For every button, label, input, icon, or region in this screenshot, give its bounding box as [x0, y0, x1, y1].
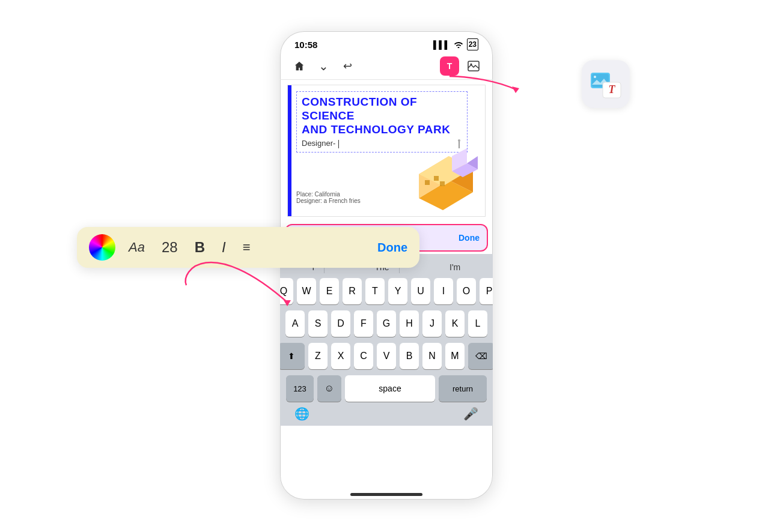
keyboard-area: i The I'm Q W E R T Y U I O P A S D — [280, 254, 493, 426]
svg-point-16 — [594, 76, 596, 78]
shift-key[interactable]: ⬆ — [280, 343, 305, 369]
mic-icon[interactable]: 🎤 — [463, 407, 478, 421]
key-B[interactable]: B — [400, 343, 419, 369]
key-G[interactable]: G — [377, 310, 396, 337]
key-Y[interactable]: Y — [388, 278, 407, 304]
done-button-small[interactable]: Done — [459, 233, 480, 243]
home-button[interactable] — [290, 56, 309, 76]
keyboard-row-3: ⬆ Z X C V B N M ⌫ — [284, 343, 489, 369]
return-key[interactable]: return — [439, 375, 487, 402]
slide-title: CONSTRUCTION OF SCIENCE AND TECHNOLOGY P… — [302, 95, 462, 136]
key-L[interactable]: L — [468, 310, 487, 337]
key-F[interactable]: F — [354, 310, 373, 337]
svg-rect-6 — [425, 180, 430, 185]
italic-button-large[interactable]: I — [218, 237, 230, 258]
done-button-large[interactable]: Done — [377, 241, 407, 255]
key-I[interactable]: I — [434, 278, 453, 304]
delete-key[interactable]: ⌫ — [468, 343, 493, 369]
globe-icon[interactable]: 🌐 — [294, 407, 309, 421]
svg-marker-21 — [512, 86, 519, 93]
key-V[interactable]: V — [377, 343, 396, 369]
chevron-down-button[interactable]: ⌄ — [314, 56, 333, 76]
svg-rect-8 — [440, 181, 445, 186]
key-K[interactable]: K — [445, 310, 465, 337]
key-U[interactable]: U — [411, 278, 430, 304]
font-size-large[interactable]: 28 — [158, 237, 181, 258]
toolbar-left: ⌄ ↩ — [290, 56, 357, 76]
slide-details: Place: California Designer: a French fri… — [296, 191, 361, 204]
key-H[interactable]: H — [400, 310, 419, 337]
slide-container: CONSTRUCTION OF SCIENCE AND TECHNOLOGY P… — [287, 85, 486, 217]
slide-left-bar — [288, 85, 291, 216]
key-O[interactable]: O — [457, 278, 476, 304]
status-icons: ▌▌▌ 23 — [433, 38, 478, 50]
nums-key[interactable]: 123 — [286, 375, 314, 402]
bottom-bar: 🌐 🎤 — [282, 403, 490, 425]
key-C[interactable]: C — [354, 343, 373, 369]
key-D[interactable]: D — [331, 310, 350, 337]
svg-point-13 — [458, 139, 460, 142]
floating-toolbar: Aa 28 B I ≡ Done — [77, 227, 419, 268]
align-button-large[interactable]: ≡ — [239, 237, 254, 258]
key-N[interactable]: N — [422, 343, 442, 369]
key-W[interactable]: W — [297, 278, 316, 304]
building-illustration — [407, 138, 485, 216]
key-Q[interactable]: Q — [280, 278, 293, 304]
font-selector-large[interactable]: Aa — [125, 237, 148, 258]
svg-text:T: T — [609, 83, 616, 95]
status-bar: 10:58 ▌▌▌ 23 — [280, 31, 493, 53]
app-icon-bubble: T — [582, 60, 630, 108]
bold-button-large[interactable]: B — [191, 237, 209, 258]
key-J[interactable]: J — [422, 310, 442, 337]
key-R[interactable]: R — [343, 278, 362, 304]
space-key[interactable]: space — [345, 375, 435, 402]
app-icon-inner: T — [590, 68, 622, 100]
home-indicator — [350, 493, 422, 496]
top-toolbar: ⌄ ↩ T — [280, 53, 493, 80]
key-E[interactable]: E — [320, 278, 339, 304]
battery-icon: 23 — [467, 38, 478, 50]
suggestion-3[interactable]: I'm — [440, 261, 470, 273]
signal-icon: ▌▌▌ — [433, 40, 450, 49]
key-A[interactable]: A — [285, 310, 305, 337]
undo-button[interactable]: ↩ — [338, 56, 357, 76]
key-T[interactable]: T — [365, 278, 385, 304]
toolbar-right: T — [440, 56, 483, 76]
keyboard-row-4: 123 ☺ space return — [284, 375, 489, 402]
svg-rect-7 — [434, 176, 439, 181]
color-wheel-large[interactable] — [89, 234, 115, 261]
key-Z[interactable]: Z — [308, 343, 328, 369]
keyboard-rows: Q W E R T Y U I O P A S D F G H J K — [282, 277, 490, 403]
canvas-area: CONSTRUCTION OF SCIENCE AND TECHNOLOGY P… — [280, 80, 493, 222]
text-cursor — [338, 140, 340, 148]
key-X[interactable]: X — [331, 343, 350, 369]
status-time: 10:58 — [294, 40, 317, 50]
key-S[interactable]: S — [308, 310, 328, 337]
keyboard-row-2: A S D F G H J K L — [284, 310, 489, 337]
key-M[interactable]: M — [445, 343, 465, 369]
wifi-icon — [454, 40, 463, 50]
image-tool-button[interactable] — [464, 56, 483, 76]
emoji-key[interactable]: ☺ — [317, 375, 341, 402]
keyboard-row-1: Q W E R T Y U I O P — [284, 278, 489, 304]
key-P[interactable]: P — [480, 278, 493, 304]
text-tool-button[interactable]: T — [440, 56, 459, 76]
